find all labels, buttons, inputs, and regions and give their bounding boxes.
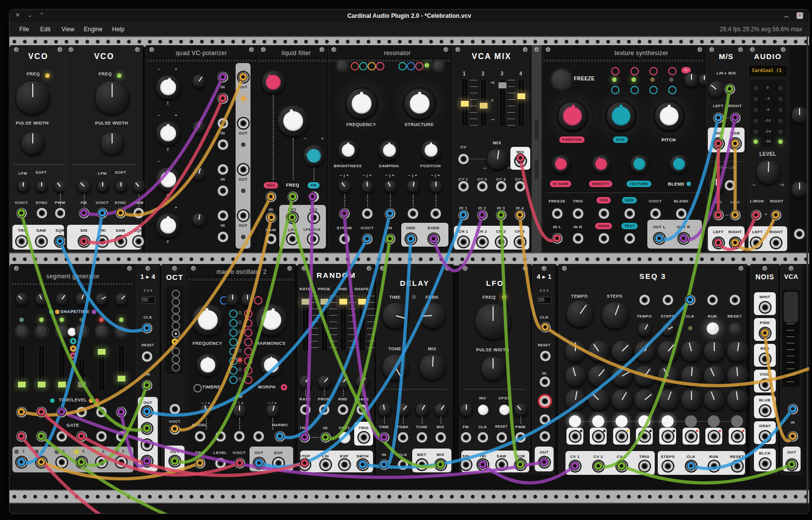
knob[interactable] (703, 340, 725, 362)
cv2-output[interactable] (593, 461, 604, 471)
clk-input[interactable] (685, 295, 695, 305)
merge-output[interactable] (539, 457, 550, 467)
right-input[interactable] (771, 210, 781, 220)
knob[interactable] (56, 293, 68, 306)
jack[interactable] (639, 431, 650, 442)
jack[interactable] (170, 404, 180, 414)
pitch-knob[interactable] (654, 101, 684, 131)
freeze-button[interactable] (551, 69, 572, 90)
jack[interactable] (339, 459, 350, 470)
jack[interactable] (238, 72, 249, 82)
button[interactable] (35, 325, 48, 337)
audio-in[interactable] (266, 212, 276, 223)
knob[interactable] (192, 74, 206, 88)
knob[interactable] (299, 375, 312, 389)
jack[interactable] (730, 238, 741, 248)
jack[interactable] (16, 457, 27, 467)
jack[interactable] (625, 208, 635, 219)
size-knob[interactable] (606, 101, 636, 131)
jack[interactable] (663, 461, 673, 471)
knob[interactable] (407, 180, 420, 193)
jack[interactable] (686, 461, 696, 471)
position-knob[interactable] (558, 101, 587, 131)
channel-switch[interactable] (141, 297, 155, 304)
jack[interactable] (218, 72, 228, 82)
mix-knob[interactable] (487, 148, 508, 170)
slider[interactable] (500, 79, 505, 127)
knob[interactable] (601, 302, 629, 329)
knob[interactable] (15, 80, 50, 115)
mode-button-right[interactable] (433, 60, 444, 71)
jack[interactable] (794, 229, 805, 239)
sqr-output[interactable] (133, 236, 144, 247)
pink-output[interactable] (760, 328, 770, 338)
jack[interactable] (725, 84, 735, 94)
saw-output[interactable] (116, 236, 126, 247)
mix-output[interactable] (515, 156, 526, 166)
knob[interactable] (708, 81, 725, 98)
in-r[interactable] (573, 233, 583, 244)
jack[interactable] (458, 210, 469, 220)
jack[interactable] (218, 210, 228, 221)
button[interactable] (95, 325, 108, 337)
fm-cv[interactable] (309, 192, 319, 202)
mode-icon[interactable] (611, 86, 620, 94)
window-controls[interactable]: ✕ ⌄ ⌃ (15, 12, 47, 18)
mode-icon[interactable] (70, 352, 76, 359)
slider[interactable] (119, 344, 125, 391)
mode-button-left[interactable] (336, 60, 348, 71)
mode-icon[interactable] (172, 322, 180, 330)
jack[interactable] (36, 457, 47, 467)
jack[interactable] (238, 118, 249, 129)
mode-icon[interactable] (229, 376, 238, 384)
mode-icon[interactable] (229, 319, 238, 327)
knob[interactable] (95, 293, 108, 306)
even-output[interactable] (429, 234, 439, 244)
jack[interactable] (36, 431, 47, 442)
knob[interactable] (419, 354, 446, 381)
pwm-input[interactable] (55, 208, 65, 218)
level-knob[interactable] (756, 160, 781, 185)
menu-edit[interactable]: Edit (40, 26, 51, 33)
jack[interactable] (540, 377, 550, 387)
knob[interactable] (708, 177, 725, 194)
jack[interactable] (238, 164, 249, 175)
knob[interactable] (611, 365, 633, 387)
frequency-knob[interactable] (346, 88, 377, 120)
knob[interactable] (592, 155, 611, 174)
lp4vca-out[interactable] (308, 234, 318, 244)
knob[interactable] (77, 180, 91, 194)
jack[interactable] (142, 406, 152, 417)
mode-icon[interactable] (649, 67, 658, 75)
slider[interactable] (359, 295, 365, 351)
jack[interactable] (461, 459, 471, 470)
jack[interactable] (617, 431, 627, 442)
knob[interactable] (421, 140, 441, 161)
mode-icon[interactable] (229, 310, 238, 318)
jack[interactable] (458, 237, 469, 247)
lp2-out[interactable] (309, 212, 319, 223)
slider[interactable] (99, 344, 105, 391)
audio-input[interactable] (788, 431, 798, 442)
knob[interactable] (657, 365, 679, 387)
knob[interactable] (156, 213, 181, 238)
knob[interactable] (703, 365, 725, 387)
knob[interactable] (657, 389, 679, 411)
knob[interactable] (681, 340, 702, 362)
jack[interactable] (573, 208, 583, 219)
jack[interactable] (431, 208, 441, 219)
knob[interactable] (661, 323, 675, 336)
jack[interactable] (398, 432, 408, 443)
knob[interactable] (681, 389, 702, 411)
knob[interactable] (564, 365, 586, 387)
cv-input[interactable] (788, 404, 798, 414)
button[interactable] (56, 325, 68, 337)
knob[interactable] (192, 121, 206, 134)
ext-input[interactable] (320, 432, 331, 443)
jack[interactable] (713, 138, 724, 149)
aux-output[interactable] (273, 458, 284, 468)
jack[interactable] (540, 431, 550, 442)
knob[interactable] (430, 180, 442, 193)
mode-icon[interactable] (172, 306, 180, 314)
knob[interactable] (384, 180, 397, 193)
